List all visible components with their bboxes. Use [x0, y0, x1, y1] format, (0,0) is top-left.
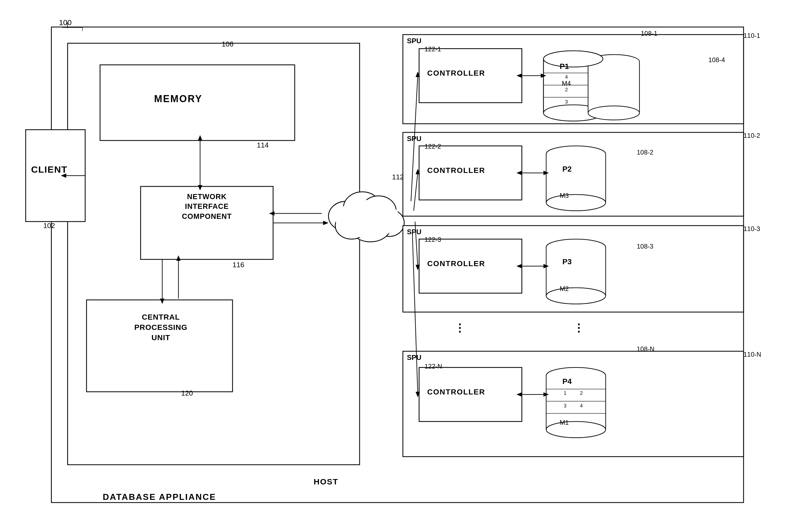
svg-point-7 [328, 201, 364, 231]
svg-rect-43 [546, 247, 606, 296]
svg-marker-61 [160, 298, 164, 304]
spuN-disk-ref: 108-N [637, 345, 654, 353]
svg-point-13 [335, 200, 400, 238]
spu2-box-ref: 110-2 [743, 132, 760, 139]
svg-marker-73 [416, 265, 420, 270]
svg-line-74 [412, 232, 418, 393]
svg-rect-14 [403, 34, 743, 124]
svg-line-70 [414, 173, 418, 211]
cpu-label: CENTRALPROCESSINGUNIT [93, 312, 229, 343]
spuN-partition-3: 3 [564, 403, 567, 409]
spu2-label: SPU [407, 135, 421, 143]
spu3-disk-m2: M2 [560, 285, 569, 293]
spu2-disk-p2: P2 [562, 165, 572, 173]
svg-rect-1 [68, 43, 360, 465]
svg-point-34 [588, 106, 640, 120]
client-label: CLIENT [31, 164, 68, 175]
svg-point-51 [546, 421, 606, 438]
svg-rect-31 [588, 62, 640, 113]
spu1-controller-ref: 122-1 [424, 45, 441, 53]
svg-point-10 [374, 210, 404, 236]
host-label: HOST [314, 477, 338, 486]
svg-marker-75 [416, 392, 420, 397]
spuN-partition-2: 2 [580, 390, 583, 396]
svg-point-8 [343, 192, 381, 224]
spu3-box-ref: 110-3 [743, 225, 760, 233]
spuN-partition-4: 4 [580, 403, 583, 409]
nic-label: NETWORKINTERFACECOMPONENT [149, 192, 265, 221]
spu3-controller-ref: 122-3 [424, 236, 441, 243]
svg-point-22 [544, 51, 603, 67]
svg-rect-18 [403, 225, 743, 312]
spuN-label: SPU [407, 354, 421, 362]
spuN-partition-1: 1 [564, 390, 567, 396]
svg-rect-48 [546, 376, 606, 430]
spuN-disk-m1: M1 [560, 419, 569, 426]
svg-marker-78 [541, 73, 546, 78]
svg-marker-81 [544, 171, 549, 175]
svg-point-37 [546, 146, 606, 162]
svg-marker-63 [176, 255, 181, 261]
ref-116: 116 [233, 261, 244, 269]
svg-marker-65 [323, 221, 328, 225]
svg-marker-80 [516, 171, 522, 175]
svg-marker-86 [516, 392, 522, 397]
spu3-disk-ref: 108-3 [637, 243, 653, 250]
spu1-partition-4: 4 [565, 74, 568, 80]
svg-marker-77 [516, 73, 522, 78]
spu3-controller-label: CONTROLLER [427, 259, 485, 268]
svg-point-47 [546, 367, 606, 384]
spuN-box-ref: 110-N [743, 351, 761, 358]
memory-label: MEMORY [154, 93, 203, 104]
spu1-label: SPU [407, 37, 421, 45]
ref-100-line [67, 23, 68, 28]
svg-marker-58 [198, 135, 202, 141]
spu1-disk-p1: P1 [560, 62, 569, 71]
svg-marker-83 [516, 264, 522, 268]
spu3-disk-p3: P3 [562, 258, 572, 266]
svg-marker-87 [544, 392, 549, 397]
svg-marker-71 [416, 169, 420, 174]
svg-marker-84 [544, 264, 549, 268]
spu2-disk-ref: 108-2 [637, 149, 653, 156]
svg-marker-67 [269, 211, 274, 216]
svg-rect-20 [403, 351, 743, 457]
svg-point-30 [588, 54, 640, 69]
spu1-controller-label: CONTROLLER [427, 69, 485, 77]
ref-100: 100 [59, 18, 72, 27]
svg-point-41 [546, 195, 606, 211]
ref-112: 112 [392, 173, 404, 181]
ref-114: 114 [257, 141, 269, 149]
svg-rect-23 [544, 59, 603, 113]
svg-marker-69 [416, 72, 420, 77]
spu1-disk-ref-side: 108-4 [709, 56, 725, 64]
svg-rect-6 [26, 130, 85, 222]
spu2-controller-label: CONTROLLER [427, 166, 485, 175]
svg-point-42 [546, 239, 606, 255]
svg-point-12 [335, 212, 368, 239]
svg-point-9 [361, 196, 396, 225]
ref-106: 106 [222, 40, 233, 48]
spuN-controller-label: CONTROLLER [427, 388, 485, 396]
spu2-controller-ref: 122-2 [424, 143, 441, 150]
dots-controllers: ⋮ [454, 321, 465, 334]
database-appliance-label: DATABASE APPLIANCE [103, 492, 216, 502]
spu1-disk-m4: M4 [562, 80, 571, 87]
spu3-label: SPU [407, 228, 421, 236]
spuN-controller-ref: 122-N [424, 363, 442, 370]
svg-rect-38 [546, 154, 606, 203]
spu1-partition-2: 2 [565, 87, 568, 93]
svg-point-11 [350, 212, 391, 242]
dots-disks: ⋮ [573, 321, 584, 334]
ref-120: 120 [181, 389, 193, 397]
spu1-box-ref: 110-1 [743, 32, 760, 40]
spuN-disk-p4: P4 [562, 377, 572, 386]
svg-marker-59 [198, 185, 202, 191]
svg-point-46 [546, 288, 606, 304]
svg-point-26 [544, 105, 603, 121]
spu2-disk-m3: M3 [560, 192, 569, 199]
svg-point-35 [544, 51, 603, 67]
spu1-partition-3: 3 [565, 99, 568, 105]
ref-102: 102 [43, 222, 55, 230]
spu1-disk-ref-top: 108-1 [641, 30, 657, 37]
